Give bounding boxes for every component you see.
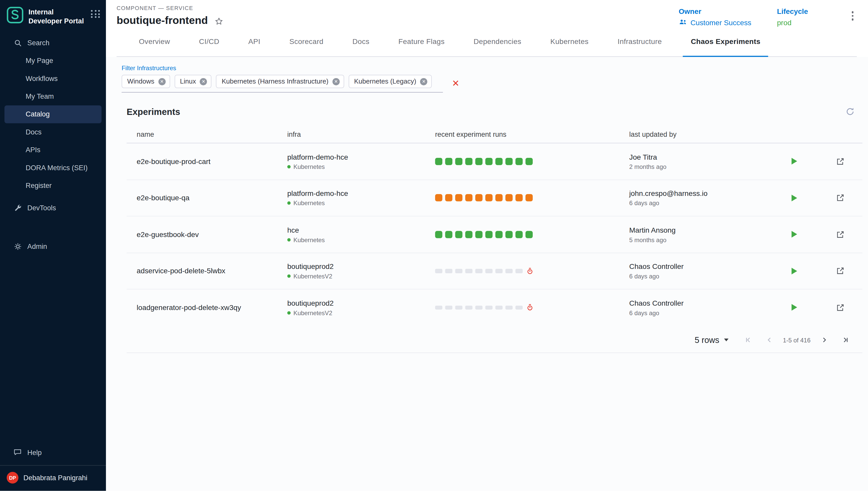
breadcrumb: COMPONENT — SERVICE bbox=[116, 5, 678, 11]
search-icon bbox=[13, 39, 22, 47]
tab-chaos-experiments[interactable]: Chaos Experiments bbox=[683, 34, 768, 56]
tab-feature-flags[interactable]: Feature Flags bbox=[390, 34, 452, 56]
sidebar-item-my-team[interactable]: My Team bbox=[4, 87, 102, 105]
next-page-button[interactable] bbox=[813, 336, 834, 343]
infra-status-dot bbox=[287, 202, 291, 205]
sidebar-item-catalog[interactable]: Catalog bbox=[4, 105, 102, 123]
tab-infrastructure[interactable]: Infrastructure bbox=[610, 34, 670, 56]
sidebar-group: Admin bbox=[0, 236, 106, 256]
sidebar-item-my-page[interactable]: My Page bbox=[4, 52, 102, 69]
table-row[interactable]: e2e-boutique-prod-cart platform-demo-hce… bbox=[126, 143, 862, 180]
open-in-new-icon[interactable] bbox=[836, 194, 845, 202]
refresh-icon[interactable] bbox=[846, 107, 855, 118]
sidebar-nav: Search My Page Workflows My Team Catalog… bbox=[0, 33, 106, 256]
run-square-failed bbox=[455, 194, 463, 202]
run-square-success bbox=[455, 157, 463, 165]
tab-kubernetes[interactable]: Kubernetes bbox=[543, 34, 596, 56]
run-experiment-button[interactable] bbox=[791, 194, 798, 202]
page-title: boutique-frontend bbox=[116, 15, 208, 27]
run-experiment-button[interactable] bbox=[791, 231, 798, 238]
last-page-button[interactable] bbox=[835, 336, 856, 343]
run-indicators bbox=[435, 268, 629, 274]
sidebar-item-help[interactable]: Help bbox=[4, 444, 102, 462]
updated-by: Chaos Controller bbox=[629, 299, 777, 307]
favorite-star-icon[interactable] bbox=[214, 17, 224, 26]
updated-ago: 2 months ago bbox=[629, 163, 777, 170]
infra-name: boutiqueprod2 bbox=[287, 262, 435, 271]
table-row[interactable]: loadgenerator-pod-delete-xw3qy boutiquep… bbox=[126, 289, 862, 325]
infra-name: hce bbox=[287, 226, 435, 234]
sidebar-item-register[interactable]: Register bbox=[4, 177, 102, 194]
table-row[interactable]: adservice-pod-delete-5lwbx boutiqueprod2… bbox=[126, 253, 862, 289]
updated-ago: 6 days ago bbox=[629, 273, 777, 280]
run-square-empty bbox=[445, 269, 453, 273]
remove-chip-icon[interactable]: ✕ bbox=[332, 78, 340, 85]
run-square-empty bbox=[485, 269, 493, 273]
sidebar-item-search[interactable]: Search bbox=[4, 34, 102, 51]
owner-link[interactable]: Customer Success bbox=[679, 19, 751, 27]
filter-chip-linux[interactable]: Linux ✕ bbox=[174, 75, 211, 88]
open-in-new-icon[interactable] bbox=[836, 157, 845, 166]
user-avatar: DP bbox=[7, 472, 19, 484]
sidebar-item-workflows[interactable]: Workflows bbox=[4, 69, 102, 87]
filter-chip-windows[interactable]: Windows ✕ bbox=[122, 75, 170, 88]
tab-ci-cd[interactable]: CI/CD bbox=[191, 34, 227, 56]
entity-header: COMPONENT — SERVICE boutique-frontend Ow… bbox=[106, 0, 868, 57]
wrench-icon bbox=[13, 204, 22, 211]
run-square-empty bbox=[455, 269, 463, 273]
run-square-success bbox=[515, 231, 523, 238]
apps-grid-icon[interactable] bbox=[91, 10, 100, 18]
first-page-button[interactable] bbox=[737, 336, 759, 343]
infra-type: KubernetesV2 bbox=[293, 310, 332, 316]
open-in-new-icon[interactable] bbox=[836, 230, 845, 239]
sidebar-item-label: Search bbox=[27, 39, 49, 47]
run-square-failed bbox=[515, 194, 523, 202]
run-square-success bbox=[465, 157, 472, 165]
kebab-menu-icon[interactable] bbox=[848, 7, 857, 24]
prev-page-button[interactable] bbox=[759, 336, 780, 343]
sidebar-item-admin[interactable]: Admin bbox=[4, 237, 102, 255]
experiment-name: adservice-pod-delete-5lwbx bbox=[137, 267, 287, 275]
remove-chip-icon[interactable]: ✕ bbox=[158, 78, 165, 85]
sidebar-item-dora-metrics-sei[interactable]: DORA Metrics (SEI) bbox=[4, 158, 102, 176]
remove-chip-icon[interactable]: ✕ bbox=[200, 78, 207, 85]
updated-cell: Chaos Controller 6 days ago bbox=[629, 262, 777, 280]
clear-filters-icon[interactable]: ✕ bbox=[452, 79, 459, 88]
tab-api[interactable]: API bbox=[240, 34, 268, 56]
run-experiment-button[interactable] bbox=[791, 157, 798, 165]
filter-chips-input[interactable]: Windows ✕ Linux ✕ Kubernetes (Harness In… bbox=[122, 75, 443, 92]
run-square-failed bbox=[435, 194, 442, 202]
table-row[interactable]: e2e-boutique-qa platform-demo-hce Kubern… bbox=[126, 180, 862, 216]
sidebar-item-docs[interactable]: Docs bbox=[4, 123, 102, 141]
run-square-success bbox=[505, 231, 513, 238]
table-row[interactable]: e2e-guestbook-dev hce Kubernetes Martin … bbox=[126, 216, 862, 253]
open-in-new-icon[interactable] bbox=[836, 267, 845, 275]
updated-by: john.crespo@harness.io bbox=[629, 189, 777, 198]
tab-overview[interactable]: Overview bbox=[131, 34, 178, 56]
filter-chip-kubernetes-legacy[interactable]: Kubernetes (Legacy) ✕ bbox=[349, 75, 432, 88]
filter-label[interactable]: Filter Infrastructures bbox=[122, 65, 862, 71]
filter-chip-kubernetes-harness-infrastructure[interactable]: Kubernetes (Harness Infrastructure) ✕ bbox=[216, 75, 344, 88]
infra-status-dot bbox=[287, 311, 291, 314]
sidebar-item-apis[interactable]: APIs bbox=[4, 141, 102, 158]
updated-ago: 5 months ago bbox=[629, 236, 777, 243]
table-header: name infra recent experiment runs last u… bbox=[126, 126, 862, 143]
updated-ago: 6 days ago bbox=[629, 200, 777, 206]
experiments-title: Experiments bbox=[126, 107, 862, 117]
run-experiment-button[interactable] bbox=[791, 267, 798, 275]
run-square-empty bbox=[455, 306, 463, 310]
tab-scorecard[interactable]: Scorecard bbox=[282, 34, 331, 56]
rows-per-page-select[interactable]: 5 rows bbox=[695, 335, 729, 345]
remove-chip-icon[interactable]: ✕ bbox=[420, 78, 427, 85]
tab-dependencies[interactable]: Dependencies bbox=[466, 34, 529, 56]
tab-docs[interactable]: Docs bbox=[345, 34, 377, 56]
gear-icon bbox=[13, 242, 22, 250]
infra-type: Kubernetes bbox=[293, 200, 325, 206]
run-experiment-button[interactable] bbox=[791, 304, 798, 311]
col-infra: infra bbox=[287, 131, 435, 138]
open-in-new-icon[interactable] bbox=[836, 304, 845, 312]
sidebar-item-devtools[interactable]: DevTools bbox=[4, 199, 102, 216]
lifecycle-meta: Lifecycle prod bbox=[777, 7, 808, 27]
user-profile[interactable]: DP Debabrata Panigrahi bbox=[0, 466, 106, 491]
run-square-empty bbox=[495, 269, 503, 273]
